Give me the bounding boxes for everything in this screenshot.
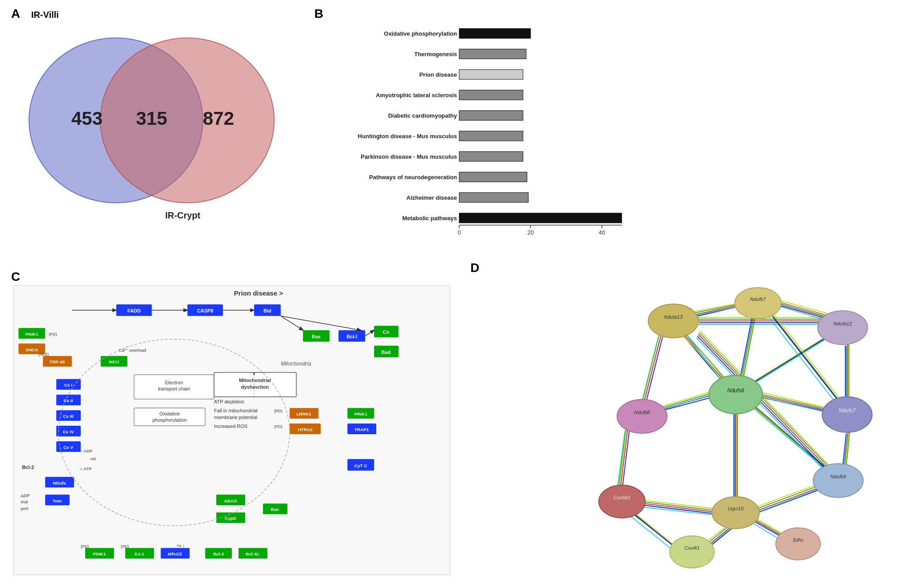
- svg-text:Prion disease >: Prion disease >: [234, 289, 283, 297]
- svg-text:0: 0: [457, 229, 461, 236]
- svg-text:FADD: FADD: [128, 308, 141, 313]
- svg-text:(PD): (PD): [274, 409, 282, 413]
- svg-rect-9: [459, 90, 523, 100]
- svg-text:Ca²⁺ overload: Ca²⁺ overload: [119, 348, 146, 353]
- network-diagram: .edge { stroke-width: 2; fill: none; opa…: [473, 276, 905, 580]
- panel-d-label: D: [470, 261, 479, 275]
- svg-text:CyT C: CyT C: [354, 463, 367, 468]
- svg-text:MCU: MCU: [109, 359, 119, 364]
- svg-text:ATP depletion: ATP depletion: [214, 399, 244, 404]
- panel-a-label: A: [11, 7, 20, 21]
- venn-subtitle: IR-Crypt: [165, 210, 201, 220]
- svg-text:Ndufs7: Ndufs7: [839, 407, 856, 414]
- panel-c-label: C: [11, 270, 20, 284]
- svg-text:port: port: [21, 506, 28, 511]
- svg-text:○ ADP: ○ ADP: [80, 448, 93, 453]
- svg-text:Ndufa12: Ndufa12: [833, 321, 852, 326]
- svg-text:Cn: Cn: [383, 329, 390, 335]
- svg-text:Tom: Tom: [53, 498, 62, 503]
- svg-text:Oxidative: Oxidative: [160, 411, 180, 416]
- svg-text:Cs I: Cs I: [64, 382, 72, 387]
- svg-text:LRRK2: LRRK2: [296, 411, 312, 416]
- svg-text:HTRA2: HTRA2: [298, 427, 313, 432]
- svg-text:TRAP1: TRAP1: [354, 427, 369, 432]
- svg-line-224: [618, 427, 626, 493]
- svg-rect-5: [459, 49, 526, 59]
- svg-text:Electron: Electron: [165, 380, 183, 385]
- svg-text:Bcl-2: Bcl-2: [213, 551, 224, 556]
- svg-text:Cox4i1: Cox4i1: [684, 545, 700, 551]
- svg-text:Diabetic cardiomyopathy: Diabetic cardiomyopathy: [388, 112, 457, 119]
- svg-text:+u ↓: +u ↓: [176, 543, 185, 548]
- svg-line-125: [365, 330, 374, 336]
- svg-text:Mfn1/2: Mfn1/2: [168, 551, 182, 556]
- svg-text:Ndufb9: Ndufb9: [830, 474, 846, 479]
- svg-text:+Pi: +Pi: [90, 456, 96, 461]
- svg-point-240: [735, 288, 781, 319]
- svg-text:Alzheimer disease: Alzheimer disease: [407, 194, 457, 201]
- panel-b-label: B: [314, 7, 323, 21]
- svg-text:Oxidative phosphorylation: Oxidative phosphorylation: [384, 30, 457, 37]
- svg-text:Amyotrophic lateral sclerosis: Amyotrophic lateral sclerosis: [376, 92, 457, 99]
- svg-text:Bax: Bax: [312, 334, 321, 339]
- svg-text:(ALS): (ALS): [38, 352, 49, 357]
- svg-text:CASP8: CASP8: [197, 308, 214, 313]
- svg-text:Bcl-XL: Bcl-XL: [246, 551, 260, 556]
- svg-text:trial: trial: [21, 499, 28, 504]
- svg-rect-17: [459, 172, 527, 182]
- svg-text:Ndufa13: Ndufa13: [664, 314, 683, 320]
- svg-line-199: [753, 484, 823, 510]
- svg-line-202: [752, 488, 822, 514]
- bar-chart: Oxidative phosphorylation Thermogenesis …: [317, 22, 622, 250]
- svg-text:Sdhc: Sdhc: [792, 537, 804, 543]
- svg-text:Increased ROS: Increased ROS: [214, 424, 247, 429]
- svg-line-201: [753, 482, 823, 508]
- svg-text:(PD): (PD): [274, 424, 282, 429]
- panel-a: A IR-Villi 453 315 872 IR-Crypt: [9, 4, 285, 254]
- svg-text:ABAD: ABAD: [224, 498, 237, 503]
- venn-right-value: 872: [203, 108, 234, 129]
- svg-text:Ndufs8: Ndufs8: [727, 387, 744, 394]
- svg-text:Cs III: Cs III: [63, 414, 74, 419]
- svg-text:Uqcr10: Uqcr10: [728, 506, 744, 511]
- svg-point-254: [599, 485, 645, 518]
- svg-rect-3: [459, 29, 531, 38]
- svg-text:Bcl-2: Bcl-2: [22, 465, 34, 470]
- svg-text:Fall in mitochondrial: Fall in mitochondrial: [214, 408, 257, 413]
- venn-left-value: 453: [71, 108, 103, 129]
- venn-diagram: 453 315 872 IR-Crypt: [18, 22, 281, 236]
- svg-text:(PD): (PD): [121, 544, 129, 549]
- svg-point-242: [818, 311, 868, 345]
- svg-text:ΔDP: ΔDP: [21, 493, 30, 498]
- svg-rect-15: [459, 152, 523, 161]
- svg-text:Ndufb8: Ndufb8: [634, 410, 650, 415]
- svg-text:Parkinson disease - Mus muscul: Parkinson disease - Mus musculus: [361, 153, 457, 160]
- svg-point-1: [100, 38, 274, 203]
- svg-text:Cox6b1: Cox6b1: [613, 495, 630, 500]
- svg-text:(PD): (PD): [81, 544, 89, 549]
- svg-rect-19: [459, 193, 528, 202]
- svg-point-256: [670, 536, 714, 568]
- svg-text:40: 40: [599, 229, 605, 236]
- svg-line-200: [755, 488, 825, 514]
- svg-rect-21: [459, 213, 622, 223]
- svg-point-248: [617, 399, 667, 433]
- panel-d: D .edge { stroke-width: 2; fill: none; o…: [468, 259, 910, 584]
- svg-point-246: [822, 397, 872, 432]
- svg-rect-13: [459, 131, 523, 141]
- svg-text:dysfunction: dysfunction: [241, 384, 269, 390]
- svg-point-252: [712, 497, 759, 529]
- svg-line-181: [641, 333, 660, 408]
- venn-title-ircrypt: IR-Villi: [31, 10, 59, 20]
- svg-rect-11: [459, 111, 523, 120]
- svg-point-258: [776, 528, 820, 560]
- svg-text:TDP-43: TDP-43: [49, 359, 65, 364]
- svg-text:(PD): (PD): [49, 332, 57, 337]
- svg-text:Prion disease: Prion disease: [419, 71, 457, 78]
- panel-c: C Prion disease > Electron transport cha…: [9, 267, 455, 580]
- svg-text:Metabolic pathways: Metabolic pathways: [402, 215, 457, 222]
- svg-text:NDufs: NDufs: [53, 481, 66, 485]
- svg-text:Mitochondria: Mitochondria: [281, 361, 312, 367]
- svg-text:○ ATP: ○ ATP: [80, 466, 92, 471]
- pathway-diagram: Prion disease > Electron transport chain…: [13, 285, 450, 575]
